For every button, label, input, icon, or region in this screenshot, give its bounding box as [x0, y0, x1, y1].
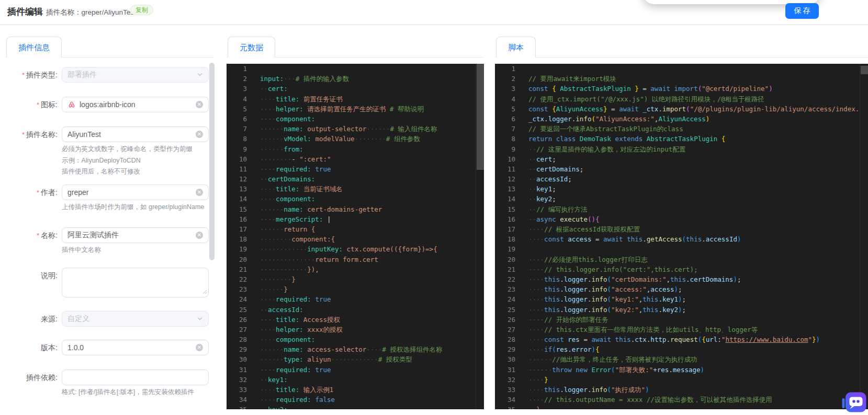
code-line: 24····this.logger.info("key1:",this.key1… [495, 294, 868, 304]
code-line: 12··certDomains: [227, 174, 484, 184]
script-scrollbar-thumb[interactable] [861, 66, 868, 74]
form-control-version: 1.0.0✕ [62, 340, 209, 355]
plugin-name-value: greper/AliyunTest [82, 8, 136, 16]
save-button[interactable]: 保存 [785, 3, 819, 19]
code-line: 17······return { [227, 224, 484, 234]
line-content: const { AbstractTaskPlugin } = await imp… [515, 84, 773, 94]
desc-textarea[interactable] [62, 268, 209, 297]
line-number: 19 [227, 244, 247, 254]
copy-tag[interactable]: 复制 [130, 5, 153, 15]
form-control-plugin-name: AliyunTest✕必须为英文或数字，驼峰命名，类型作为前缀示例：Aliyun… [62, 126, 209, 176]
line-content: ······} [247, 284, 288, 294]
plugin-name-input[interactable]: AliyunTest✕ [62, 126, 209, 142]
line-content: ··accessId: [247, 305, 303, 315]
line-content: ····required: true [247, 164, 331, 174]
line-content: ····// 开始你的部署任务 [515, 315, 608, 325]
code-line: 30······//抛出异常，终止任务，否则将被判定为执行成功 [495, 354, 868, 364]
line-content: ··// 编写执行方法 [515, 204, 588, 214]
form-scrollbar-thumb[interactable] [209, 63, 215, 260]
title-value: 阿里云测试插件 [67, 230, 119, 240]
resize-handle-icon [202, 290, 207, 294]
line-number: 35 [495, 405, 515, 409]
dependency-input[interactable] [62, 370, 209, 385]
tab-plugin-info[interactable]: 插件信息 [6, 37, 62, 57]
line-content: ······//抛出异常，终止任务，否则将被判定为执行成功 [515, 354, 697, 364]
title-input[interactable]: 阿里云测试插件✕ [62, 227, 209, 243]
required-star: * [22, 131, 25, 139]
form-label-version: 版本: [5, 340, 62, 355]
icon-input[interactable]: logos:airbnb-icon✕ [62, 97, 209, 112]
line-content [247, 64, 260, 74]
code-line: 13··key1; [495, 184, 868, 194]
code-line: 19············inputKey: ctx.compute(({fo… [227, 244, 484, 254]
metadata-scrollbar-thumb[interactable] [477, 64, 484, 170]
author-help-text: 上传插件市场时作为前缀，如 greper/pluginName [62, 203, 209, 212]
script-code-editor[interactable]: 12// 要用await来import模块3const { AbstractTa… [495, 64, 868, 409]
airbnb-icon [67, 100, 76, 109]
line-content: // 要返回一个继承AbstractTaskPlugin的class [515, 124, 683, 134]
code-line: 18········component:{ [227, 234, 484, 244]
metadata-code-lines: 12input:···# 插件的输入参数3··cert:4····title: … [227, 64, 484, 409]
line-number: 26 [495, 315, 515, 325]
title-clear-icon[interactable]: ✕ [196, 232, 203, 239]
code-line: 20····//必须使用this.logger打印日志 [495, 255, 868, 264]
line-content: ····// this.ctx里面有一些常用的方法类，比如utils、http、… [515, 325, 758, 335]
line-content: ····title: 当前证书域名 [247, 184, 343, 194]
script-scrollbar-track [860, 64, 868, 409]
code-line: 7······name: output-selector······# 输入组件… [227, 124, 484, 134]
code-line: 24····required: true [227, 294, 484, 304]
line-number: 31 [227, 365, 247, 375]
tab-metadata[interactable]: 元数据 [228, 37, 275, 57]
code-line: 32····} [495, 375, 868, 385]
code-line: 25····this.logger.info("key2:",this.key2… [495, 305, 868, 315]
metadata-code-editor[interactable]: 12input:···# 插件的输入参数3··cert:4····title: … [227, 64, 484, 409]
script-tabbar: 脚本 [495, 37, 868, 57]
version-input[interactable]: 1.0.0✕ [62, 340, 209, 355]
author-input[interactable]: greper✕ [62, 185, 209, 200]
chat-bot-button[interactable] [842, 392, 866, 413]
form-label-source: 来源: [5, 311, 62, 327]
icon-clear-icon[interactable]: ✕ [196, 101, 203, 108]
code-line: 6_ctx.logger.info("AliyunAccess:",Aliyun… [495, 114, 868, 124]
code-line: 13····title: 当前证书域名 [227, 184, 484, 194]
line-number: 20 [495, 255, 515, 264]
form-tabbar: 插件信息 [5, 37, 213, 57]
code-line: 30······type: aliyun············# 授权类型 [227, 354, 484, 364]
script-code-lines: 12// 要用await来import模块3const { AbstractTa… [495, 64, 868, 409]
chevron-down-icon [197, 72, 203, 78]
line-content: ··accessId; [515, 174, 572, 184]
code-line: 1 [495, 64, 868, 74]
line-content [515, 64, 528, 74]
plugin-type-select: 部署插件 [62, 67, 209, 83]
line-content: // 要用await来import模块 [515, 74, 616, 84]
version-clear-icon[interactable]: ✕ [196, 344, 203, 351]
author-clear-icon[interactable]: ✕ [196, 189, 203, 196]
line-number: 25 [495, 305, 515, 315]
line-number: 7 [227, 124, 247, 134]
line-content: // 使用_ctx.import("/@/xxx.js") 以绝对路径引用模块，… [515, 94, 764, 104]
form-control-icon: logos:airbnb-icon✕ [62, 97, 209, 112]
plugin-name-clear-icon[interactable]: ✕ [196, 131, 203, 138]
code-line: 23······} [227, 284, 484, 294]
line-content: ··key2; [515, 194, 556, 204]
line-content: ····required: false [247, 395, 335, 405]
line-number: 27 [227, 325, 247, 335]
line-content: ····// this.outputName = xxxx //设置输出参数，可… [515, 395, 772, 405]
line-number: 17 [495, 224, 515, 234]
meta-tabbar: 元数据 [227, 37, 484, 57]
code-line: 17····// 根据accessId获取授权配置 [495, 224, 868, 234]
resize-handle-icon[interactable] [202, 287, 207, 296]
form-label-desc: 说明: [5, 268, 62, 283]
line-content: ····} [515, 375, 548, 385]
form-label-plugin-name: *插件名称: [5, 126, 62, 143]
line-number: 34 [495, 395, 515, 405]
icon-value: logos:airbnb-icon [80, 100, 136, 109]
line-content: ······type: aliyun············# 授权类型 [247, 354, 412, 364]
tab-script[interactable]: 脚本 [496, 37, 536, 57]
source-select: 自定义 [62, 311, 209, 327]
line-content: ····title: 输入示例1 [247, 385, 333, 395]
line-content: ······return { [247, 224, 315, 234]
line-content: return class DemoTask extends AbstractTa… [515, 134, 725, 144]
form-row-plugin-name: *插件名称:AliyunTest✕必须为英文或数字，驼峰命名，类型作为前缀示例：… [5, 126, 209, 176]
code-line: 22····this.logger.info("certDomains:",th… [495, 274, 868, 284]
